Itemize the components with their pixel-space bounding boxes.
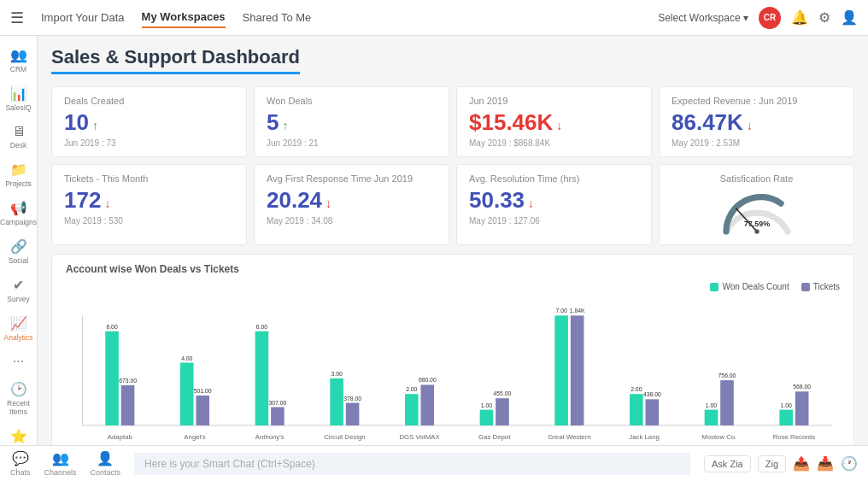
svg-rect-25 [405, 394, 419, 425]
sidebar-item-recent[interactable]: 🕑 Recent Items [0, 377, 37, 420]
hamburger-icon[interactable]: ☰ [10, 9, 24, 27]
sidebar-item-crm[interactable]: 👥 CRM [0, 43, 37, 78]
bottom-contacts[interactable]: 👤 Contacts [91, 450, 121, 477]
kpi-avg-resolution-arrow: ↓ [528, 197, 534, 210]
workspace-selector[interactable]: Select Workspace ▾ [658, 12, 748, 24]
kpi-won-deals-label: Won Deals [267, 96, 437, 106]
kpi-tickets-arrow: ↓ [104, 197, 110, 210]
svg-rect-52 [795, 391, 809, 425]
bottom-chats[interactable]: 💬 Chats [10, 450, 31, 477]
svg-text:1.00: 1.00 [781, 402, 792, 408]
download-icon[interactable]: 📥 [817, 455, 834, 472]
gear-icon[interactable]: ⚙ [818, 9, 830, 26]
svg-text:Anthony's: Anthony's [255, 433, 284, 441]
svg-rect-17 [271, 407, 284, 425]
salesiq-icon: 📊 [10, 85, 27, 102]
kpi-tickets: Tickets - This Month 172 ↓ May 2019 : 53… [51, 164, 247, 245]
svg-text:1.84K: 1.84K [570, 308, 585, 314]
svg-text:438.00: 438.00 [643, 391, 661, 397]
profile-icon[interactable]: 👤 [841, 9, 858, 26]
kpi-avg-resolution-label: Avg. Resolution Time (hrs) [469, 173, 639, 184]
svg-text:673.00: 673.00 [119, 378, 137, 384]
kpi-tickets-sub: May 2019 : 530 [64, 216, 234, 226]
svg-rect-7 [121, 385, 135, 425]
ask-zia-button[interactable]: Ask Zia [704, 455, 751, 472]
svg-text:378.00: 378.00 [343, 396, 361, 402]
kpi-jun-revenue-value: $15.46K [469, 109, 553, 136]
legend-won-deals-dot [710, 283, 718, 291]
sidebar-item-projects[interactable]: 📁 Projects [0, 157, 37, 192]
campaigns-icon: 📢 [10, 200, 27, 216]
sidebar-item-campaigns[interactable]: 📢 Campaigns [0, 196, 37, 231]
svg-rect-35 [554, 315, 568, 425]
kpi-jun-revenue-label: Jun 2019 [469, 96, 639, 106]
sidebar-item-salesiq[interactable]: 📊 SalesIQ [0, 81, 37, 116]
kpi-avg-response-label: Avg First Response Time Jun 2019 [267, 173, 437, 184]
svg-text:455.00: 455.00 [494, 390, 512, 396]
kpi-expected-revenue-value: 86.47K [672, 109, 743, 136]
svg-text:2.00: 2.00 [630, 386, 642, 392]
content-area: Sales & Support Dashboard Deals Created … [38, 36, 868, 445]
bottom-chats-label: Chats [10, 468, 31, 477]
kpi-deals-created-arrow: ↑ [92, 119, 98, 132]
bottom-right: Ask Zia Zig 📤 📥 🕐 [704, 455, 858, 472]
sidebar-item-desk[interactable]: 🖥 Desk [0, 120, 37, 154]
bottom-channels[interactable]: 👥 Channels [44, 450, 77, 477]
svg-rect-27 [420, 384, 434, 425]
svg-rect-47 [720, 380, 734, 425]
projects-icon: 📁 [10, 161, 27, 178]
zig-button[interactable]: Zig [758, 455, 786, 472]
svg-text:Rose Records: Rose Records [773, 433, 815, 441]
chat-icon: 💬 [12, 450, 29, 466]
sidebar: 👥 CRM 📊 SalesIQ 🖥 Desk 📁 Projects 📢 Camp… [0, 36, 38, 445]
clock-icon[interactable]: 🕐 [841, 455, 858, 472]
sidebar-item-favorites[interactable]: ⭐ Favorites [0, 424, 37, 445]
svg-point-1 [754, 229, 759, 233]
nav-workspaces[interactable]: My Workspaces [142, 7, 226, 28]
bar-chart: 6.00673.00Adaptab4.00501.00Angel's6.0030… [66, 296, 840, 445]
svg-rect-12 [196, 396, 209, 425]
svg-rect-37 [571, 315, 584, 425]
kpi-avg-resolution-sub: May 2019 : 127.06 [469, 216, 639, 226]
more-icon: ··· [13, 354, 24, 369]
sidebar-item-social[interactable]: 🔗 Social [0, 234, 37, 269]
kpi-deals-created-sub: Jun 2019 : 73 [64, 138, 234, 148]
kpi-avg-resolution: Avg. Resolution Time (hrs) 50.33 ↓ May 2… [456, 164, 652, 245]
sidebar-item-survey[interactable]: ✔ Survey [0, 273, 37, 308]
channels-icon: 👥 [52, 450, 69, 466]
svg-text:6.00: 6.00 [106, 324, 117, 330]
svg-text:Jack Lang: Jack Lang [629, 433, 659, 441]
survey-icon: ✔ [13, 277, 24, 293]
analytics-icon: 📈 [10, 315, 27, 331]
sidebar-item-analytics[interactable]: 📈 Analytics [0, 311, 37, 346]
sidebar-item-more[interactable]: ··· [0, 349, 37, 373]
nav-import[interactable]: Import Your Data [41, 8, 125, 27]
svg-text:6.00: 6.00 [256, 324, 267, 330]
nav-right: Select Workspace ▾ CR 🔔 ⚙ 👤 [658, 7, 858, 29]
svg-rect-15 [255, 331, 269, 425]
svg-text:Great Western: Great Western [548, 433, 590, 441]
svg-rect-10 [180, 362, 194, 425]
bell-icon[interactable]: 🔔 [791, 9, 808, 26]
social-icon: 🔗 [10, 238, 27, 255]
svg-rect-40 [630, 394, 643, 425]
svg-rect-22 [346, 403, 360, 425]
kpi-avg-resolution-value: 50.33 [469, 187, 525, 214]
upload-icon[interactable]: 📤 [793, 455, 810, 472]
svg-text:1.00: 1.00 [706, 402, 717, 408]
svg-text:1.00: 1.00 [481, 402, 492, 408]
bottom-contacts-label: Contacts [91, 468, 121, 477]
kpi-deals-created-value: 10 [64, 109, 89, 136]
kpi-expected-revenue-sub: May 2019 : 2.53M [672, 138, 842, 148]
nav-shared[interactable]: Shared To Me [243, 8, 312, 27]
svg-rect-20 [330, 378, 343, 425]
svg-text:4.00: 4.00 [181, 355, 192, 361]
main-layout: 👥 CRM 📊 SalesIQ 🖥 Desk 📁 Projects 📢 Camp… [0, 36, 868, 445]
kpi-won-deals: Won Deals 5 ↑ Jun 2019 : 21 [254, 86, 449, 157]
svg-rect-50 [779, 410, 793, 425]
gauge-svg: 77.59% [718, 189, 795, 236]
crm-icon: 👥 [10, 47, 27, 63]
avatar[interactable]: CR [759, 7, 781, 29]
chat-input[interactable]: Here is your Smart Chat (Ctrl+Space) [134, 453, 690, 475]
svg-text:756.00: 756.00 [718, 372, 736, 378]
